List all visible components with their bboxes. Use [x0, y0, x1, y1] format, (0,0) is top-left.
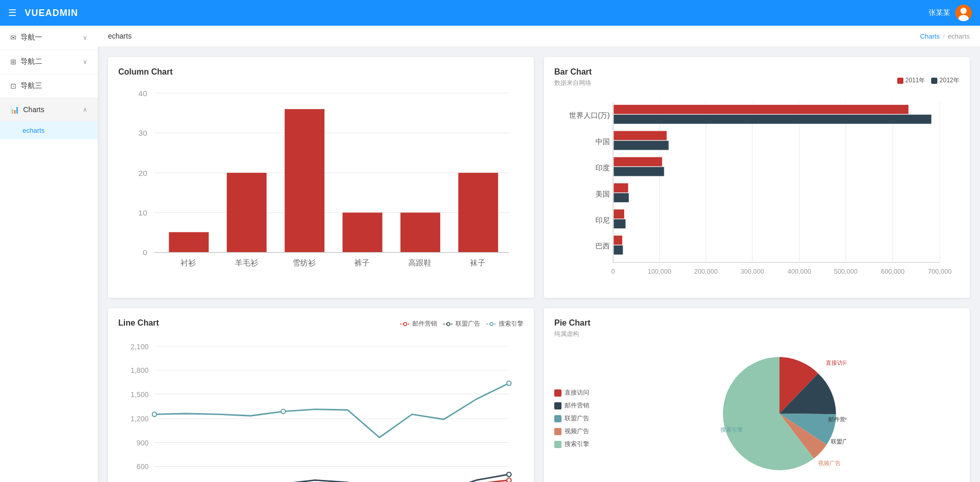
- legend-search-label: 搜索引擎: [499, 319, 523, 328]
- legend-email-pie: 邮件营销: [554, 401, 589, 410]
- column-chart-title: Column Chart: [118, 67, 523, 77]
- svg-point-71: [507, 478, 511, 482]
- chevron-nav1: ∨: [83, 34, 87, 41]
- pie-chart-card: Pie Chart 纯属虚构 直接访问 邮件营销: [544, 308, 970, 482]
- pie-svg-container: 直接访问 邮件营销 联盟广告 视频广告 搜索引擎: [600, 347, 959, 480]
- sidebar-item-charts-label: Charts: [23, 105, 44, 114]
- breadcrumb-charts-link[interactable]: Charts: [920, 32, 939, 40]
- line-chart-title: Line Chart: [118, 318, 159, 328]
- svg-text:30: 30: [138, 129, 147, 137]
- svg-point-68: [507, 472, 511, 476]
- sidebar-submenu-charts: echarts: [0, 121, 98, 139]
- legend-direct: 直接访问: [554, 388, 589, 397]
- bar-world-2012: [614, 115, 932, 124]
- sidebar-item-nav2-label: 导航二: [21, 57, 42, 66]
- svg-text:1,800: 1,800: [131, 366, 149, 374]
- box-icon: ⊡: [10, 82, 16, 90]
- pie-chart-title: Pie Chart: [554, 318, 590, 328]
- mail-icon: ✉: [10, 33, 16, 42]
- bar-indonesia-2012: [614, 219, 626, 228]
- sidebar-sub-item-echarts[interactable]: echarts: [0, 121, 98, 139]
- legend-alliance-pie: 联盟广告: [554, 414, 589, 423]
- breadcrumb-sep: /: [943, 32, 945, 40]
- bar-sweater: [227, 173, 266, 253]
- bar-brazil-2011: [614, 236, 623, 245]
- legend-dot-2012: [931, 78, 937, 84]
- sidebar-item-nav3[interactable]: ⊡ 导航三: [0, 74, 98, 98]
- main-content: echarts Charts / echarts Column Chart: [98, 26, 980, 482]
- svg-text:巴西: 巴西: [595, 242, 610, 250]
- avatar[interactable]: [955, 5, 972, 21]
- legend-direct-box: [554, 389, 561, 397]
- bar-chart-legend: 2011年 2012年: [897, 76, 959, 85]
- sidebar-item-nav2[interactable]: ⊞ 导航二 ∨: [0, 50, 98, 74]
- svg-text:40: 40: [138, 89, 147, 98]
- legend-alliance-pie-label: 联盟广告: [565, 414, 589, 423]
- legend-2011-label: 2011年: [905, 76, 925, 85]
- breadcrumb-current: echarts: [948, 32, 970, 40]
- legend-alliance-label: 联盟广告: [456, 319, 480, 328]
- svg-point-44: [404, 323, 407, 326]
- svg-text:衬衫: 衬衫: [180, 258, 196, 267]
- column-chart-svg: 40 30 20 10 0 衬衫 羊毛衫 雪纺衫: [118, 79, 523, 281]
- breadcrumb: Charts / echarts: [920, 32, 970, 40]
- legend-search-pie-label: 搜索引擎: [565, 440, 589, 449]
- svg-point-64: [281, 409, 285, 413]
- svg-text:袜子: 袜子: [470, 258, 485, 267]
- pie-legend: 直接访问 邮件营销 联盟广告 视频广告: [554, 388, 589, 449]
- column-chart-container: 40 30 20 10 0 衬衫 羊毛衫 雪纺衫: [118, 79, 523, 283]
- pie-label-video: 视频广告: [818, 460, 841, 466]
- svg-text:高跟鞋: 高跟鞋: [408, 258, 431, 267]
- bar-chart-svg: 0 100,000 200,000 300,000 400,000 500,00…: [554, 96, 959, 285]
- svg-text:2,100: 2,100: [131, 342, 149, 350]
- breadcrumb-bar: echarts Charts / echarts: [98, 26, 980, 47]
- bar-chart-subtitle: 数据来自网络: [554, 79, 592, 87]
- svg-text:600,000: 600,000: [881, 268, 904, 275]
- bar-china-2012: [614, 141, 669, 150]
- legend-email: 邮件营销: [400, 319, 437, 328]
- charts-grid: Column Chart 40 30 20 10 0: [98, 47, 980, 482]
- svg-text:20: 20: [138, 169, 147, 177]
- legend-search-pie-box: [554, 441, 561, 448]
- svg-point-65: [507, 381, 511, 385]
- grid-icon: ⊞: [10, 58, 16, 66]
- line-chart-legend: 邮件营销 联盟广告 搜索引擎: [400, 319, 523, 328]
- legend-video: 视频广告: [554, 427, 589, 436]
- bar-indonesia-2011: [614, 209, 624, 219]
- svg-text:羊毛衫: 羊毛衫: [235, 258, 258, 267]
- bar-chiffon: [285, 109, 324, 253]
- line-chart-container: 2,100 1,800 1,500 1,200 900 600 300: [118, 332, 523, 482]
- pie-chart-header: Pie Chart 纯属虚构: [554, 318, 959, 345]
- line-chart-svg: 2,100 1,800 1,500 1,200 900 600 300: [118, 332, 523, 482]
- bar-shirt: [169, 232, 209, 252]
- svg-text:500,000: 500,000: [834, 268, 858, 275]
- legend-search: 搜索引擎: [486, 319, 523, 328]
- bar-chart-container: 0 100,000 200,000 300,000 400,000 500,00…: [554, 96, 959, 288]
- line-chart-card: Line Chart 邮件营销 联盟广告 搜索引擎: [108, 308, 534, 482]
- line-search: [154, 383, 509, 437]
- svg-text:印度: 印度: [595, 164, 610, 172]
- user-name: 张某某: [929, 8, 950, 17]
- charts-icon: 📊: [10, 105, 19, 114]
- sidebar-item-nav1[interactable]: ✉ 导航一 ∨: [0, 26, 98, 50]
- legend-alliance-pie-box: [554, 415, 561, 422]
- column-chart-card: Column Chart 40 30 20 10 0: [108, 57, 534, 298]
- legend-alliance: 联盟广告: [443, 319, 480, 328]
- bar-china-2011: [614, 131, 667, 140]
- svg-text:700,000: 700,000: [928, 268, 952, 275]
- sidebar-item-charts[interactable]: 📊 Charts ∧: [0, 98, 98, 121]
- layout: ✉ 导航一 ∨ ⊞ 导航二 ∨ ⊡ 导航三 📊 Charts ∧: [0, 26, 980, 482]
- header: ☰ VUEADMIN 张某某: [0, 0, 980, 26]
- hamburger-icon[interactable]: ☰: [8, 7, 16, 19]
- legend-video-box: [554, 428, 561, 435]
- svg-text:400,000: 400,000: [788, 268, 811, 275]
- echarts-label: echarts: [23, 127, 45, 134]
- bar-usa-2011: [614, 183, 628, 192]
- line-alliance: [154, 474, 509, 482]
- svg-text:200,000: 200,000: [694, 268, 718, 275]
- svg-text:0: 0: [143, 248, 148, 257]
- sidebar: ✉ 导航一 ∨ ⊞ 导航二 ∨ ⊡ 导航三 📊 Charts ∧: [0, 26, 98, 482]
- svg-text:中国: 中国: [595, 137, 610, 146]
- line-chart-header: Line Chart 邮件营销 联盟广告 搜索引擎: [118, 318, 523, 330]
- pie-label-search: 搜索引擎: [720, 426, 743, 433]
